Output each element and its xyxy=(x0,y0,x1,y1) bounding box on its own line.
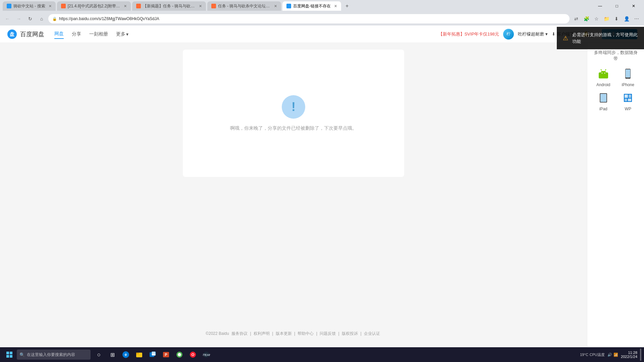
device-item-android[interactable]: Android xyxy=(592,67,614,87)
tab-favicon-search xyxy=(7,4,11,8)
download-icon: ⬇ xyxy=(552,32,555,37)
taskbar-opera[interactable]: O xyxy=(186,348,199,361)
favorites-icon[interactable]: ☆ xyxy=(592,14,601,23)
toast-notification: ⚠ 必需进行支持的游戏，方可使用此功能 xyxy=(557,27,644,49)
taskbar-edge[interactable]: e xyxy=(119,348,132,361)
show-desktop-button[interactable] xyxy=(640,349,641,361)
error-message: 啊哦，你来晚了，分享的文件已经被删除了，下次要早点哦。 xyxy=(230,125,357,131)
translate-icon[interactable]: ⇄ xyxy=(572,14,581,23)
device-item-iphone[interactable]: iPhone xyxy=(617,67,639,87)
clock-time: 11:28 xyxy=(621,351,637,355)
extensions-icon[interactable]: 🧩 xyxy=(582,14,591,23)
tab-search[interactable]: 骑砍中文站 - 搜索 ✕ xyxy=(3,1,56,11)
device-item-wp[interactable]: WP xyxy=(617,91,639,111)
tab-close-search[interactable]: ✕ xyxy=(49,4,52,8)
device-item-ipad[interactable]: iPad xyxy=(592,91,614,111)
tab-forum1[interactable]: [21.4.8]中式武器包2.2|附带皋… ✕ xyxy=(57,1,131,11)
user-name[interactable]: 吃柠檬超耐磨 ▾ xyxy=(518,31,548,37)
iphone-icon xyxy=(621,67,635,80)
logo[interactable]: 盘 百度网盘 xyxy=(7,29,44,40)
taskbar-volume[interactable]: 🔊 📶 xyxy=(607,353,618,357)
tab-close-forum3[interactable]: ✕ xyxy=(274,4,277,8)
profile-icon[interactable]: 👤 xyxy=(622,14,631,23)
taskbar-temp: 19°C xyxy=(580,353,588,357)
tab-forum3[interactable]: 任务 - 骑马与砍杀中文论坛 -… ✕ xyxy=(207,1,281,11)
clock-date: 2022/1/24 xyxy=(621,355,637,359)
collections-icon[interactable]: 📁 xyxy=(602,14,611,23)
footer-link-feedback[interactable]: 问题反馈 xyxy=(320,331,336,336)
start-button[interactable] xyxy=(3,348,16,361)
taskbar-clock[interactable]: 11:28 2022/1/24 xyxy=(621,351,637,359)
browser-title-bar: 骑砍中文站 - 搜索 ✕ [21.4.8]中式武器包2.2|附带皋… ✕ 【新揭… xyxy=(0,0,644,12)
svg-rect-18 xyxy=(625,99,627,101)
taskbar-pinned-apps: ○ ⊞ e P O STEAM xyxy=(93,348,213,361)
nav-item-pan[interactable]: 网盘 xyxy=(54,29,64,39)
forward-button[interactable]: → xyxy=(14,14,23,23)
tab-favicon-forum1 xyxy=(61,4,66,8)
taskbar-steam[interactable]: STEAM xyxy=(200,348,213,361)
android-label: Android xyxy=(596,82,610,87)
chevron-down-icon: ▾ xyxy=(126,32,128,37)
new-tab-button[interactable]: + xyxy=(342,1,352,11)
tab-label-forum2: 【新揭题】任务 - 骑马与砍杀中… xyxy=(143,3,196,9)
tab-close-baidu[interactable]: ✕ xyxy=(334,4,337,8)
baidu-pan-logo-icon: 盘 xyxy=(7,29,17,40)
footer-link-help[interactable]: 帮助中心 xyxy=(298,331,314,336)
svg-line-7 xyxy=(605,69,606,70)
taskbar-task-view[interactable]: ⊞ xyxy=(106,348,119,361)
nav-item-more[interactable]: 更多 ▾ xyxy=(116,30,128,39)
svg-rect-23 xyxy=(136,353,139,354)
tab-baidu[interactable]: 百度网盘-链接不存在 ✕ xyxy=(282,1,341,11)
tab-close-forum2[interactable]: ✕ xyxy=(199,4,202,8)
back-button[interactable]: ← xyxy=(3,14,12,23)
taskbar-powerpoint[interactable]: P xyxy=(160,348,172,361)
settings-icon[interactable]: ⋯ xyxy=(632,14,641,23)
copyright-text: ©2022 Baidu xyxy=(206,331,229,336)
svg-rect-25 xyxy=(152,352,156,356)
windows-logo-icon xyxy=(6,352,12,358)
tab-favicon-forum3 xyxy=(211,4,216,8)
device-grid: Android iPhone xyxy=(592,67,639,111)
nav-item-share[interactable]: 分享 xyxy=(72,30,81,39)
sidebar-sync-title: 多终端同步，数据随身带 xyxy=(592,50,639,62)
footer-link-enterprise[interactable]: 企业认证 xyxy=(364,331,380,336)
taskbar-cortana[interactable]: ○ xyxy=(93,348,105,361)
network-icon: 📶 xyxy=(613,353,618,357)
taskbar-outlook[interactable] xyxy=(146,348,159,361)
user-dropdown-icon: ▾ xyxy=(545,32,548,37)
footer-link-terms[interactable]: 服务协议 xyxy=(231,331,248,336)
footer-link-update[interactable]: 版本更新 xyxy=(276,331,292,336)
security-lock-icon: 🔒 xyxy=(52,17,57,21)
minimize-button[interactable]: — xyxy=(592,0,608,12)
tab-label-forum3: 任务 - 骑马与砍杀中文论坛 -… xyxy=(218,3,271,9)
svg-point-5 xyxy=(604,73,605,74)
iphone-label: iPhone xyxy=(622,82,634,87)
refresh-button[interactable]: ↻ xyxy=(25,14,35,23)
taskbar: 🔍 在这里输入你要搜索的内容 ○ ⊞ e P O STEAM 19°C CPU温… xyxy=(0,347,644,362)
main-content: ! 啊哦，你来晚了，分享的文件已经被删除了，下次要早点哦。 ©2022 Baid… xyxy=(0,43,644,347)
svg-line-6 xyxy=(601,69,602,70)
nav-item-album[interactable]: 一刻相册 xyxy=(89,30,108,39)
tab-forum2[interactable]: 【新揭题】任务 - 骑马与砍杀中… ✕ xyxy=(132,1,206,11)
taskbar-explorer[interactable] xyxy=(133,348,146,361)
page-footer: ©2022 Baidu 服务协议 | 权利声明 | 版本更新 | 帮助中心 | … xyxy=(7,321,580,341)
taskbar-search[interactable]: 🔍 在这里输入你要搜索的内容 xyxy=(17,350,91,360)
tab-favicon-baidu xyxy=(286,4,291,8)
svip-link[interactable]: 【新年拓惠】SVIP年卡仅198元 xyxy=(438,31,499,37)
home-button[interactable]: ⌂ xyxy=(37,14,46,23)
maximize-button[interactable]: □ xyxy=(609,0,625,12)
download-icon[interactable]: ⬇ xyxy=(612,14,621,23)
address-bar[interactable]: 🔒 https://pan.baidu.com/s/1Z6MgjTWawO8Hk… xyxy=(48,14,570,23)
search-icon: 🔍 xyxy=(19,352,25,357)
svg-rect-11 xyxy=(627,69,629,70)
taskbar-chrome-ext[interactable] xyxy=(173,348,186,361)
volume-icon: 🔊 xyxy=(607,353,612,357)
footer-link-rights[interactable]: 权利声明 xyxy=(254,331,270,336)
svg-text:盘: 盘 xyxy=(10,32,15,37)
user-avatar[interactable]: 柠 xyxy=(503,29,514,40)
close-button[interactable]: ✕ xyxy=(626,0,641,12)
app-header: 盘 百度网盘 网盘 分享 一刻相册 更多 ▾ 【新年拓惠】SVIP年卡仅198元… xyxy=(0,25,644,43)
footer-link-copyright[interactable]: 版权投诉 xyxy=(342,331,358,336)
tab-close-forum1[interactable]: ✕ xyxy=(124,4,127,8)
ipad-label: iPad xyxy=(599,107,607,111)
